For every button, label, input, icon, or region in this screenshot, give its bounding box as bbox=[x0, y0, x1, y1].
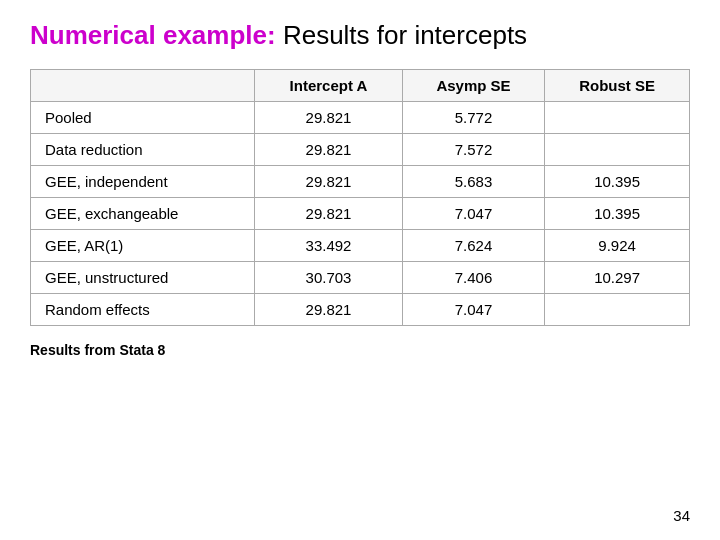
row-robust-se: 9.924 bbox=[545, 230, 690, 262]
row-label: Random effects bbox=[31, 294, 255, 326]
page: Numerical example: Results for intercept… bbox=[0, 0, 720, 540]
row-intercept-a: 33.492 bbox=[255, 230, 402, 262]
col-header-asymp-se: Asymp SE bbox=[402, 70, 544, 102]
row-intercept-a: 30.703 bbox=[255, 262, 402, 294]
col-header-intercept-a: Intercept A bbox=[255, 70, 402, 102]
row-robust-se: 10.395 bbox=[545, 198, 690, 230]
row-robust-se bbox=[545, 102, 690, 134]
row-label: GEE, unstructured bbox=[31, 262, 255, 294]
table-row: GEE, unstructured30.7037.40610.297 bbox=[31, 262, 690, 294]
row-intercept-a: 29.821 bbox=[255, 198, 402, 230]
row-asymp-se: 7.047 bbox=[402, 294, 544, 326]
table-row: GEE, independent29.8215.68310.395 bbox=[31, 166, 690, 198]
page-number: 34 bbox=[673, 507, 690, 524]
table-row: GEE, AR(1)33.4927.6249.924 bbox=[31, 230, 690, 262]
row-intercept-a: 29.821 bbox=[255, 134, 402, 166]
row-asymp-se: 7.406 bbox=[402, 262, 544, 294]
row-label: GEE, AR(1) bbox=[31, 230, 255, 262]
row-robust-se: 10.297 bbox=[545, 262, 690, 294]
col-header-robust-se: Robust SE bbox=[545, 70, 690, 102]
row-label: Pooled bbox=[31, 102, 255, 134]
row-asymp-se: 5.772 bbox=[402, 102, 544, 134]
footer-note: Results from Stata 8 bbox=[30, 342, 690, 358]
title-regular: Results for intercepts bbox=[276, 20, 527, 50]
table-row: Random effects29.8217.047 bbox=[31, 294, 690, 326]
row-robust-se bbox=[545, 294, 690, 326]
row-label: GEE, exchangeable bbox=[31, 198, 255, 230]
table-row: GEE, exchangeable29.8217.04710.395 bbox=[31, 198, 690, 230]
page-title: Numerical example: Results for intercept… bbox=[30, 20, 690, 51]
row-asymp-se: 7.624 bbox=[402, 230, 544, 262]
row-label: GEE, independent bbox=[31, 166, 255, 198]
title-bold: Numerical example: bbox=[30, 20, 276, 50]
table-row: Pooled29.8215.772 bbox=[31, 102, 690, 134]
table-header-row: Intercept A Asymp SE Robust SE bbox=[31, 70, 690, 102]
row-intercept-a: 29.821 bbox=[255, 166, 402, 198]
col-header-empty bbox=[31, 70, 255, 102]
row-robust-se bbox=[545, 134, 690, 166]
row-asymp-se: 5.683 bbox=[402, 166, 544, 198]
table-row: Data reduction29.8217.572 bbox=[31, 134, 690, 166]
row-intercept-a: 29.821 bbox=[255, 294, 402, 326]
row-asymp-se: 7.047 bbox=[402, 198, 544, 230]
results-table: Intercept A Asymp SE Robust SE Pooled29.… bbox=[30, 69, 690, 326]
row-robust-se: 10.395 bbox=[545, 166, 690, 198]
row-label: Data reduction bbox=[31, 134, 255, 166]
row-asymp-se: 7.572 bbox=[402, 134, 544, 166]
row-intercept-a: 29.821 bbox=[255, 102, 402, 134]
